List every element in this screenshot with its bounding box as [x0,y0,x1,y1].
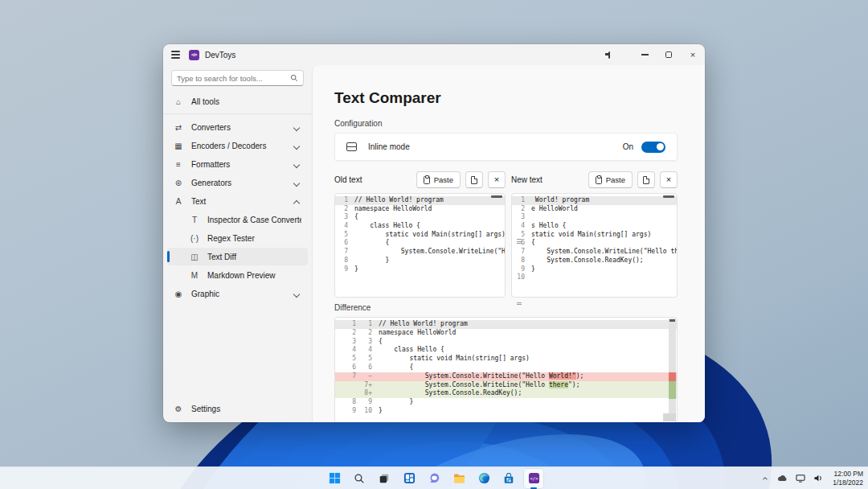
new-text-editor[interactable]: 1 World! program2e HelloWorld34s Hello {… [511,193,678,298]
store-icon [503,473,514,484]
code-line[interactable]: 1 World! program [512,196,677,205]
sidebar-item-settings[interactable]: ⚙ Settings [167,400,308,417]
diff-text: static void Main(string[] args) [372,355,669,364]
new-paste-button[interactable]: Paste [588,171,633,188]
sidebar-item-text-diff[interactable]: ◫Text Diff [167,248,308,265]
code-text: s Hello { [531,222,677,231]
code-line[interactable]: 8 System.Console.ReadKey(); [512,257,677,265]
old-text-editor[interactable]: 1// Hello World! program2namespace Hello… [334,193,506,298]
sidebar-item-regex-tester[interactable]: (·)Regex Tester [167,229,308,247]
inline-mode-toggle[interactable] [641,142,665,153]
network-icon[interactable] [794,472,807,485]
diff-line-added[interactable]: 8+ System.Console.ReadKey(); [335,389,677,398]
new-line-number: 4 [356,346,372,355]
onedrive-icon[interactable] [776,472,789,485]
code-line[interactable]: 3 [512,213,677,222]
search-input[interactable] [177,74,290,83]
taskbar-edge-button[interactable] [474,469,493,488]
taskbar-widgets-button[interactable] [399,469,419,488]
sidebar-item-generators[interactable]: ⊛Generators [167,174,308,191]
sidebar-item-inspector-case-converter[interactable]: TInspector & Case Converter [167,211,308,228]
taskbar-search-button[interactable] [350,469,369,488]
code-line[interactable]: 6{ [512,239,677,248]
code-line[interactable]: 4 class Hello { [335,222,505,231]
diff-line-added[interactable]: 7+ System.Console.WriteLine("Hello there… [335,381,677,390]
diff-line-deleted[interactable]: 7− System.Console.WriteLine("Hello World… [335,372,677,381]
sidebar-item-graphic[interactable]: ◉Graphic [167,285,308,302]
old-open-file-button[interactable] [465,171,483,188]
compact-overlay-button[interactable] [608,44,633,65]
taskbar-start-button[interactable] [325,469,344,488]
taskbar-chat-button[interactable] [424,469,444,488]
diff-line-context[interactable]: 44 class Hello { [335,346,677,355]
code-line[interactable]: 2namespace HelloWorld [335,205,505,214]
code-line[interactable]: 5 static void Main(string[] args) [335,231,505,240]
old-paste-button[interactable]: Paste [416,171,461,188]
sidebar-item-markdown-preview[interactable]: MMarkdown Preview [167,266,308,284]
sidebar-item-formatters[interactable]: ≡Formatters [167,155,308,173]
taskbar-devtoys-button[interactable]: </> [524,469,543,488]
diff-line-context[interactable]: 33{ [335,338,677,347]
code-line[interactable]: 4s Hello { [512,222,677,231]
code-line[interactable]: 7 System.Console.WriteLine("Hello World!… [335,248,505,257]
code-text: namespace HelloWorld [354,205,505,214]
splitter-grip[interactable] [516,302,522,305]
code-text: static void Main(string[] args) [354,231,505,240]
close-button[interactable]: × [681,44,705,65]
formatters-icon: ≡ [174,160,183,169]
diff-text: System.Console.WriteLine("Hello there"); [372,381,669,390]
new-clear-button[interactable]: × [660,171,678,188]
code-line[interactable]: 10 [512,273,677,282]
diff-line-context[interactable]: 66 { [335,364,677,372]
chevron-up-icon[interactable] [759,472,772,485]
new-line-number: 8+ [356,389,372,398]
new-line-number: 5 [356,355,372,364]
inspector-icon: T [190,216,199,224]
diff-line-context[interactable]: 89 } [335,398,677,407]
code-line[interactable]: 9} [335,265,505,274]
scrollbar-thumb[interactable] [491,195,502,198]
code-text: { [531,239,677,248]
converters-icon: ⇄ [174,123,183,132]
clock[interactable]: 12:00 PM 1/18/2022 [829,470,863,487]
taskbar-file-explorer-button[interactable] [449,469,469,488]
sidebar-item-encoders-decoders[interactable]: ▦Encoders / Decoders [167,137,308,154]
code-line[interactable]: 7 System.Console.WriteLine("Hello there"… [512,248,677,257]
minimize-button[interactable] [633,44,657,65]
diff-line-context[interactable]: 55 static void Main(string[] args) [335,355,677,364]
old-clear-button[interactable]: × [488,171,506,188]
line-number: 8 [512,257,531,265]
hamburger-menu-icon[interactable] [163,44,187,65]
sidebar-item-converters[interactable]: ⇄Converters [167,118,308,136]
sidebar-item-label: Regex Tester [207,234,301,243]
taskbar-store-button[interactable] [499,469,518,488]
line-number: 6 [512,239,531,248]
diff-line-context[interactable]: 11// Hello World! program [335,320,677,329]
code-line[interactable]: 1// Hello World! program [335,196,505,205]
difference-viewer[interactable]: 11// Hello World! program22namespace Hel… [334,317,678,422]
new-open-file-button[interactable] [637,171,655,188]
new-line-number: − [356,372,372,381]
splitter-grip[interactable] [516,239,522,244]
diff-line-context[interactable]: 22namespace HelloWorld [335,329,677,338]
volume-icon[interactable] [812,472,825,485]
taskbar-task-view-button[interactable] [375,469,394,488]
code-line[interactable]: 5static void Main(string[] args) [512,231,677,240]
titlebar[interactable]: </> DevToys × [163,44,705,65]
code-line[interactable]: 6 { [335,239,505,248]
code-line[interactable]: 9} [512,265,677,274]
sidebar-item-text[interactable]: AText [167,192,308,210]
sidebar-item-all-tools[interactable]: ⌂All tools [167,92,308,110]
overview-ruler[interactable] [669,318,676,421]
maximize-button[interactable] [657,44,681,65]
code-line[interactable]: 3{ [335,213,505,222]
scrollbar-thumb[interactable] [663,195,674,198]
diff-text: } [372,398,669,407]
code-line[interactable]: 8 } [335,257,505,265]
tool-search-box[interactable] [171,70,304,86]
system-tray: 12:00 PM 1/18/2022 [759,467,863,489]
diff-line-context[interactable]: 910} [335,407,677,416]
scrollbar-thumb[interactable] [669,319,675,322]
line-number: 9 [335,265,354,274]
code-line[interactable]: 2e HelloWorld [512,205,677,214]
